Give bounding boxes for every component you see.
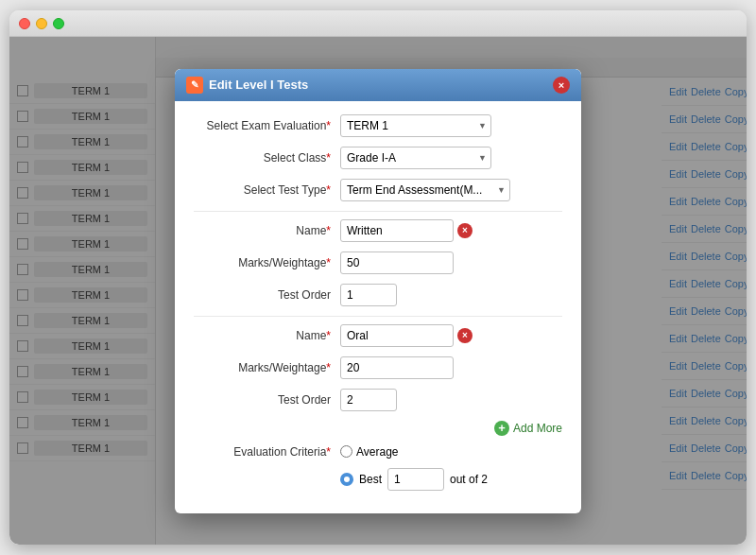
select-class-row: Select Class* Grade I-A ▼ [194, 147, 562, 169]
select-test-type-label: Select Test Type* [194, 183, 340, 197]
marks-weightage2-label: Marks/Weightage* [194, 361, 340, 374]
best-controls: Best out of 2 [340, 468, 488, 491]
main-window: LANGUAGE) Theme End TERM 1 TERM 1 TERM 1… [9, 10, 747, 545]
traffic-lights [19, 18, 64, 29]
name2-input-group: × [340, 324, 562, 347]
modal-body: Select Exam Evaluation* TERM 1 ▼ [175, 101, 581, 513]
select-exam-evaluation-wrapper: TERM 1 ▼ [340, 114, 491, 137]
test-order2-row: Test Order [194, 389, 562, 411]
select-test-type-control: Term End Assessment(M... ▼ [340, 179, 562, 201]
select-test-type-wrapper: Term End Assessment(M... ▼ [340, 179, 510, 201]
modal-close-button[interactable]: × [553, 77, 570, 94]
marks-weightage2-control [340, 356, 562, 379]
average-radio-label[interactable]: Average [340, 445, 398, 459]
select-exam-evaluation-input[interactable]: TERM 1 [340, 114, 491, 137]
out-of-text: out of 2 [450, 473, 488, 486]
name1-input[interactable] [340, 219, 454, 242]
test-order2-input[interactable] [340, 389, 397, 411]
modal-title: Edit Level I Tests [209, 78, 308, 92]
name1-clear-button[interactable]: × [457, 223, 472, 238]
divider [194, 211, 562, 212]
minimize-traffic-light[interactable] [36, 18, 47, 29]
add-more-button[interactable]: + Add More [494, 421, 562, 436]
select-class-wrapper: Grade I-A ▼ [340, 147, 491, 169]
marks-weightage2-input[interactable] [340, 356, 454, 379]
select-test-type-row: Select Test Type* Term End Assessment(M.… [194, 179, 562, 201]
select-class-label: Select Class* [194, 151, 340, 165]
test-order2-control [340, 389, 562, 411]
add-more-icon: + [494, 421, 509, 436]
marks-weightage1-row: Marks/Weightage* [194, 251, 562, 274]
evaluation-criteria-label: Evaluation Criteria* [194, 445, 340, 459]
select-class-input[interactable]: Grade I-A [340, 147, 491, 169]
evaluation-criteria-row: Evaluation Criteria* Average [194, 445, 562, 459]
test-order2-label: Test Order [194, 393, 340, 407]
select-exam-evaluation-control: TERM 1 ▼ [340, 114, 562, 137]
name2-row: Name* × [194, 324, 562, 347]
name1-row: Name* × [194, 219, 562, 242]
modal-title-area: ✎ Edit Level I Tests [186, 77, 308, 94]
best-label-text: Best [359, 473, 382, 486]
evaluation-criteria-control: Average [340, 445, 562, 459]
edit-level-tests-modal: ✎ Edit Level I Tests × Select Exam Evalu… [175, 69, 581, 513]
name2-control: × [340, 324, 562, 347]
titlebar [9, 10, 747, 37]
marks-weightage1-label: Marks/Weightage* [194, 256, 340, 269]
modal-icon: ✎ [186, 77, 203, 94]
content-area: LANGUAGE) Theme End TERM 1 TERM 1 TERM 1… [9, 37, 747, 545]
name2-label: Name* [194, 329, 340, 342]
test-order1-label: Test Order [194, 288, 340, 302]
marks-weightage1-control [340, 251, 562, 274]
divider2 [194, 316, 562, 317]
best-row: Best out of 2 [194, 468, 562, 491]
modal-overlay[interactable]: ✎ Edit Level I Tests × Select Exam Evalu… [9, 37, 747, 545]
maximize-traffic-light[interactable] [53, 18, 64, 29]
name1-control: × [340, 219, 562, 242]
name1-label: Name* [194, 224, 340, 237]
evaluation-criteria-radio-group: Average [340, 445, 562, 459]
select-exam-evaluation-label: Select Exam Evaluation* [194, 119, 340, 132]
test-order1-input[interactable] [340, 284, 397, 306]
select-test-type-input[interactable]: Term End Assessment(M... [340, 179, 510, 201]
modal-header: ✎ Edit Level I Tests × [175, 69, 581, 101]
select-exam-evaluation-row: Select Exam Evaluation* TERM 1 ▼ [194, 114, 562, 137]
average-radio[interactable] [340, 445, 352, 458]
name1-input-group: × [340, 219, 562, 242]
test-order1-control [340, 284, 562, 306]
best-value-input[interactable] [387, 468, 444, 491]
select-class-control: Grade I-A ▼ [340, 147, 562, 169]
name2-clear-button[interactable]: × [457, 328, 472, 343]
test-order1-row: Test Order [194, 284, 562, 306]
add-more-label: Add More [513, 422, 562, 435]
close-traffic-light[interactable] [19, 18, 30, 29]
marks-weightage2-row: Marks/Weightage* [194, 356, 562, 379]
marks-weightage1-input[interactable] [340, 251, 454, 274]
best-radio-selected[interactable] [340, 473, 353, 486]
add-more-row: + Add More [194, 421, 562, 436]
name2-input[interactable] [340, 324, 454, 347]
